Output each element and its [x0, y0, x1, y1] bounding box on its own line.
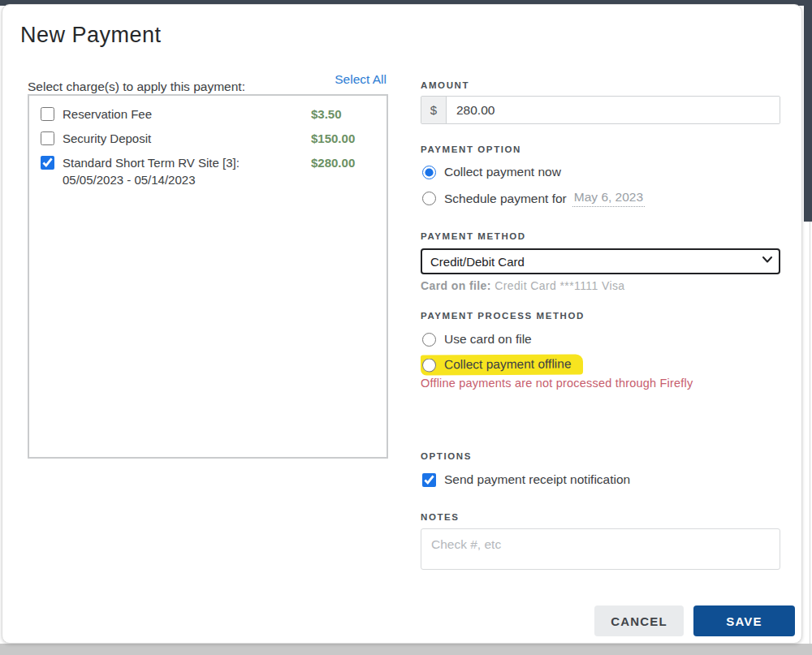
save-button[interactable]: SAVE: [693, 605, 795, 636]
receipt-label: Send payment receipt notification: [444, 472, 630, 487]
charge-row[interactable]: Standard Short Term RV Site [3]: 05/05/2…: [39, 154, 377, 188]
charge-name: Security Deposit: [63, 131, 151, 145]
charge-checkbox[interactable]: [41, 131, 54, 145]
offline-label: Collect payment offline: [444, 356, 572, 372]
charge-name: Standard Short Term RV Site [3]:: [63, 156, 240, 170]
offline-warning-text: Offline payments are not processed throu…: [421, 377, 780, 390]
payment-method-select-wrap: Credit/Debit Card: [421, 248, 780, 274]
modal-title: New Payment: [20, 23, 162, 48]
radio-use-card-on-file[interactable]: Use card on file: [421, 332, 780, 347]
notes-input[interactable]: [421, 528, 780, 570]
offline-radio[interactable]: [422, 358, 436, 372]
schedule-radio[interactable]: [422, 192, 436, 205]
amount-input[interactable]: [447, 97, 780, 123]
amount-label: AMOUNT: [421, 80, 780, 90]
cancel-button[interactable]: CANCEL: [594, 605, 684, 636]
charge-detail: 05/05/2023 - 05/14/2023: [63, 171, 311, 188]
payment-method-label: PAYMENT METHOD: [421, 231, 780, 241]
notes-label: NOTES: [421, 512, 780, 522]
radio-schedule-payment[interactable]: Schedule payment for May 6, 2023: [421, 190, 780, 207]
page-bottom-edge: [0, 644, 812, 655]
charge-name: Reservation Fee: [63, 107, 152, 121]
scrollbar-track[interactable]: [810, 222, 810, 644]
payment-method-select[interactable]: Credit/Debit Card: [421, 248, 780, 274]
currency-prefix: $: [421, 97, 447, 123]
card-on-file-value: Credit Card ***1111 Visa: [495, 279, 624, 292]
radio-collect-offline[interactable]: Collect payment offline: [421, 355, 780, 375]
receipt-checkbox[interactable]: [422, 473, 436, 487]
highlight-marker: Collect payment offline: [421, 354, 583, 375]
charges-label: Select charge(s) to apply this payment:: [28, 80, 245, 94]
charge-amount: $280.00: [311, 154, 355, 171]
collect-now-radio[interactable]: [422, 166, 436, 179]
page-right-edge: [804, 0, 812, 222]
amount-input-group: $: [421, 96, 780, 124]
card-on-file-label: Card on file:: [421, 279, 491, 292]
charge-row[interactable]: Reservation Fee $3.50: [39, 106, 377, 123]
new-payment-modal: New Payment Select All Select charge(s) …: [2, 4, 802, 644]
options-label: OPTIONS: [421, 451, 780, 461]
collect-now-label: Collect payment now: [444, 165, 561, 179]
use-card-radio[interactable]: [422, 333, 436, 347]
receipt-notification-row[interactable]: Send payment receipt notification: [421, 472, 780, 487]
charge-amount: $150.00: [311, 130, 355, 147]
charge-checkbox[interactable]: [41, 156, 54, 170]
charge-row[interactable]: Security Deposit $150.00: [39, 130, 377, 147]
charge-checkbox[interactable]: [41, 107, 54, 121]
use-card-label: Use card on file: [444, 332, 532, 347]
payment-option-label: PAYMENT OPTION: [421, 144, 780, 154]
schedule-date-field[interactable]: May 6, 2023: [572, 190, 645, 207]
charge-amount: $3.50: [311, 106, 342, 123]
payment-process-method-label: PAYMENT PROCESS METHOD: [421, 311, 780, 321]
schedule-label: Schedule payment for: [444, 192, 567, 206]
card-on-file-row: Card on file: Credit Card ***1111 Visa: [421, 279, 780, 292]
charge-list: Reservation Fee $3.50 Security Deposit $…: [28, 94, 388, 459]
radio-collect-now[interactable]: Collect payment now: [421, 165, 780, 179]
